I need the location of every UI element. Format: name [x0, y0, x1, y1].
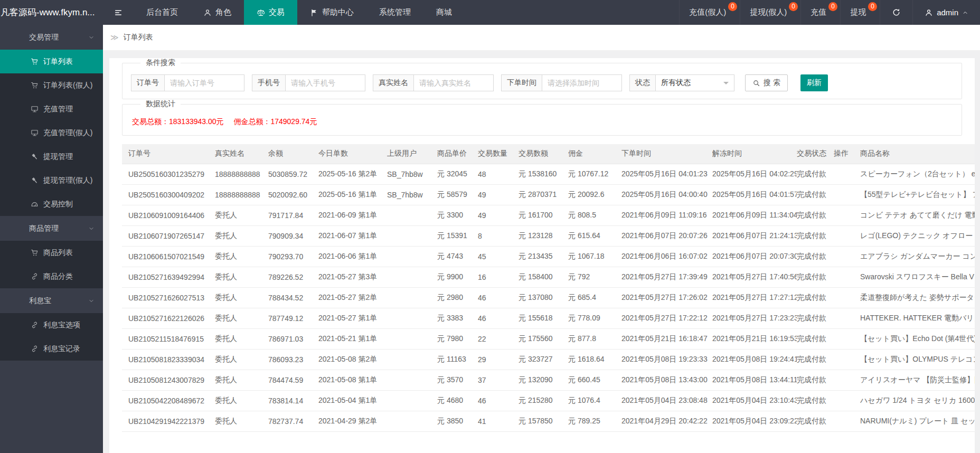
link-icon [31, 272, 39, 280]
search-button[interactable]: 搜 索 [745, 74, 788, 91]
sidebar-item-label: 订单列表 [43, 57, 73, 67]
topnav-item-role[interactable]: 角色 [191, 0, 244, 25]
table-cell: 2025年05月16日 04:02:29 [712, 164, 797, 184]
topnav-item-label: 角色 [215, 7, 231, 17]
table-cell: UB2505160301235279 [122, 164, 215, 184]
table-cell: Swarovski スワロフスキー Bella V ク [860, 267, 975, 287]
table-cell: 元 789.25 [568, 411, 621, 431]
table-cell: 【セット買い】OLYMPUS テレコンバ [860, 349, 975, 370]
table-cell: 48 [478, 164, 519, 184]
phone-input[interactable] [285, 74, 365, 91]
orders-table-wrap[interactable]: 订单号真实姓名余额今日单数上级用户商品单价交易数量交易数额佣金下单时间解冻时间交… [122, 144, 975, 432]
table-cell: 委托人 [215, 246, 268, 267]
total-amount: 交易总额：183133943.00元 [132, 117, 224, 126]
refresh-list-button[interactable]: 刷新 [800, 74, 828, 91]
table-cell: 完成付款 [797, 308, 834, 328]
sidebar-item-interest-records[interactable]: 利息宝记录 [0, 337, 103, 361]
table-row: UB2104291942221379委托人782737.742021-04-29… [122, 411, 975, 431]
column-header: 商品名称 [860, 144, 975, 164]
table-cell [387, 267, 437, 287]
table-cell: 2021年05月21日 16:18:47 [621, 328, 712, 349]
topnav-item-system[interactable]: 系统管理 [366, 0, 423, 25]
breadcrumb: ≫ 订单列表 [103, 25, 980, 50]
table-cell [834, 411, 860, 431]
order-no-input[interactable] [164, 74, 244, 91]
table-row: UB2105211518476915委托人786971.032021-05-21… [122, 328, 975, 349]
table-cell: 2021-06-07 第1单 [318, 225, 387, 246]
table-row: UB2505160301235279188888888885030859.722… [122, 164, 975, 184]
badge-count: 0 [789, 2, 798, 11]
sidebar-item-withdraw-mgmt-fake[interactable]: 提现管理(假人) [0, 168, 103, 192]
topbar-action-recharge-fake[interactable]: 充值(假人)0 [679, 0, 740, 25]
badge-count: 0 [868, 2, 877, 11]
table-cell: 元 1538160 [519, 164, 568, 184]
sidebar-group-label: 交易管理 [29, 33, 59, 42]
table-cell: SB_7hb8w [387, 164, 437, 184]
sidebar-group-header-interest[interactable]: 利息宝 [0, 288, 103, 313]
topnav-item-label: 系统管理 [379, 7, 411, 17]
site-logo[interactable]: 凡客源码-www.fkym.n... [0, 0, 103, 25]
table-header-row: 订单号真实姓名余额今日单数上级用户商品单价交易数量交易数额佣金下单时间解冻时间交… [122, 144, 975, 164]
table-cell: 完成付款 [797, 225, 834, 246]
table-cell: 2021年04月29日 20:42:22 [621, 411, 712, 431]
table-cell: 8 [478, 225, 519, 246]
topbar-actions: 充值(假人)0提现(假人)0充值0提现0 [679, 0, 880, 25]
table-cell: 元 175560 [519, 328, 568, 349]
topnav-item-label: 帮助中心 [322, 7, 354, 17]
chevron-up-icon [962, 10, 968, 16]
table-row: UB2106091009164406委托人791717.842021-06-09… [122, 205, 975, 225]
sidebar-item-withdraw-mgmt[interactable]: 提现管理 [0, 145, 103, 168]
table-cell: 元 158400 [519, 267, 568, 287]
sidebar-group-interest: 利息宝利息宝选项利息宝记录 [0, 288, 103, 361]
topnav-item-home[interactable]: 后台首页 [134, 0, 191, 25]
menu-toggle-button[interactable] [103, 0, 134, 25]
sidebar-item-order-list[interactable]: 订单列表 [0, 50, 103, 73]
table-cell: 委托人 [215, 225, 268, 246]
table-cell: UB2104291942221379 [122, 411, 215, 431]
topbar-action-withdraw-fake[interactable]: 提现(假人)0 [740, 0, 800, 25]
sidebar-item-trade-control[interactable]: 交易控制 [0, 192, 103, 216]
chevron-down-icon [723, 82, 729, 87]
sidebar-group-header-trade-mgmt[interactable]: 交易管理 [0, 25, 103, 50]
topbar-spacer [465, 0, 679, 25]
table-cell [834, 205, 860, 225]
column-header: 今日单数 [318, 144, 387, 164]
sidebar-item-recharge-mgmt-fake[interactable]: 充值管理(假人) [0, 121, 103, 145]
table-cell: 2021年05月04日 23:09:22 [712, 411, 797, 431]
stats-legend: 数据统计 [140, 99, 181, 109]
topbar-action-recharge[interactable]: 充值0 [800, 0, 840, 25]
sidebar-item-order-list-fake[interactable]: 订单列表(假人) [0, 73, 103, 97]
table-cell [834, 308, 860, 328]
status-select-value: 所有状态 [661, 78, 691, 88]
column-header: 余额 [268, 144, 318, 164]
sidebar-item-interest-options[interactable]: 利息宝选项 [0, 313, 103, 337]
topbar-action-withdraw[interactable]: 提现0 [840, 0, 880, 25]
table-cell: 元 3300 [437, 205, 478, 225]
table-cell: UB2105271639492994 [122, 267, 215, 287]
table-cell: 2021-04-29 第2单 [318, 411, 387, 431]
search-field-label: 下单时间 [501, 74, 542, 91]
refresh-button[interactable] [880, 0, 912, 25]
table-cell: 2021年05月27日 17:22:12 [621, 308, 712, 328]
sidebar-item-goods-category[interactable]: 商品分类 [0, 265, 103, 288]
sidebar-item-recharge-mgmt[interactable]: 充值管理 [0, 97, 103, 121]
table-cell: UB2105271626027513 [122, 287, 215, 308]
sidebar-group-header-goods-mgmt[interactable]: 商品管理 [0, 216, 103, 241]
table-cell [834, 267, 860, 287]
table-cell: HATTEKER. HATTEKER 電動バリカン [860, 308, 975, 328]
topnav-item-label: 后台首页 [146, 7, 178, 17]
table-cell: 【55型テレビ+テレビ台セット】 ア [860, 184, 975, 205]
topnav-item-help[interactable]: 帮助中心 [297, 0, 366, 25]
sidebar-group-goods-mgmt: 商品管理商品列表商品分类 [0, 216, 103, 288]
sidebar-item-goods-list[interactable]: 商品列表 [0, 241, 103, 265]
table-cell: 783814.14 [268, 390, 318, 411]
main-area: ≫ 订单列表 条件搜索 订单号手机号真实姓名下单时间 状态 所有状态 [103, 25, 980, 453]
user-menu[interactable]: admin [912, 0, 980, 25]
table-row: UB2105081823339034委托人786093.232021-05-08… [122, 349, 975, 370]
chevron-down-icon [88, 225, 95, 232]
order-time-input[interactable] [542, 74, 622, 91]
status-select[interactable]: 所有状态 [655, 74, 734, 91]
topnav-item-trade[interactable]: 交易 [244, 0, 297, 25]
realname-input[interactable] [413, 74, 494, 91]
topnav-item-mall[interactable]: 商城 [423, 0, 465, 25]
